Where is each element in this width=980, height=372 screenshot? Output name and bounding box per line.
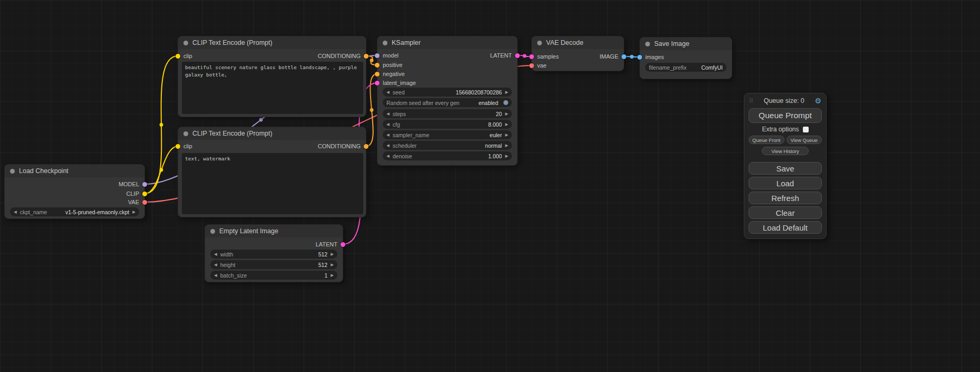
clear-button[interactable]: Clear	[749, 206, 822, 219]
increment-arrow-icon[interactable]: ▶	[331, 262, 334, 267]
node-title-bar[interactable]: CLIP Text Encode (Prompt)	[178, 36, 366, 49]
decrement-arrow-icon[interactable]: ◀	[386, 132, 390, 137]
decrement-arrow-icon[interactable]: ◀	[14, 209, 17, 214]
port-label: CONDITIONING	[318, 143, 361, 149]
save-button[interactable]: Save	[749, 162, 822, 175]
node-clip-text-encode-positive[interactable]: CLIP Text Encode (Prompt) clip CONDITION…	[178, 36, 366, 117]
widget-label: ckpt_name	[20, 209, 47, 215]
positive-prompt-textarea[interactable]: beautiful scenery nature glass bottle la…	[182, 62, 363, 114]
batch-size-widget[interactable]: ◀ batch_size 1 ▶	[210, 271, 337, 280]
node-title-bar[interactable]: Empty Latent Image	[205, 225, 343, 237]
vae-input-port[interactable]	[529, 63, 534, 68]
node-title-bar[interactable]: Save Image	[640, 37, 732, 50]
latent-output-port[interactable]	[515, 53, 520, 58]
node-title: Load Checkpoint	[19, 167, 69, 175]
decrement-arrow-icon[interactable]: ◀	[386, 143, 390, 148]
node-title-bar[interactable]: KSampler	[377, 36, 517, 49]
port-label: positive	[383, 62, 402, 68]
samples-input-port[interactable]	[529, 54, 534, 59]
increment-arrow-icon[interactable]: ▶	[132, 209, 135, 214]
image-output-port[interactable]	[622, 54, 626, 59]
collapse-dot-icon[interactable]	[383, 41, 387, 45]
ckpt-name-widget[interactable]: ◀ ckpt_name v1-5-pruned-emaonly.ckpt ▶	[10, 207, 139, 216]
node-empty-latent-image[interactable]: Empty Latent Image LATENT ◀ width 512 ▶ …	[205, 224, 343, 282]
clip-output-port[interactable]	[142, 192, 147, 196]
cfg-widget[interactable]: ◀ cfg 8.000 ▶	[383, 120, 512, 129]
increment-arrow-icon[interactable]: ▶	[505, 111, 508, 116]
node-load-checkpoint[interactable]: Load Checkpoint MODEL CLIP VAE ◀ ckpt_na…	[4, 164, 145, 219]
node-clip-text-encode-negative[interactable]: CLIP Text Encode (Prompt) clip CONDITION…	[178, 127, 366, 217]
node-title: Empty Latent Image	[219, 227, 278, 235]
widget-label: seed	[393, 89, 405, 96]
filename-prefix-widget[interactable]: filename_prefix ComfyUI	[645, 63, 726, 72]
positive-input-port[interactable]	[375, 63, 380, 68]
denoise-widget[interactable]: ◀ denoise 1.000 ▶	[383, 151, 512, 160]
settings-gear-icon[interactable]: ⚙	[814, 97, 821, 105]
node-title-bar[interactable]: CLIP Text Encode (Prompt)	[178, 127, 366, 140]
refresh-button[interactable]: Refresh	[749, 192, 822, 204]
queue-front-button[interactable]: Queue Front	[749, 136, 784, 144]
queue-prompt-button[interactable]: Queue Prompt	[749, 108, 822, 123]
node-save-image[interactable]: Save Image images filename_prefix ComfyU…	[639, 37, 732, 79]
clip-input-port[interactable]	[176, 144, 180, 149]
widget-label: denoise	[393, 153, 412, 159]
conditioning-output-port[interactable]	[364, 54, 368, 59]
latent-output-port[interactable]	[341, 242, 345, 247]
decrement-arrow-icon[interactable]: ◀	[214, 273, 217, 278]
decrement-arrow-icon[interactable]: ◀	[386, 154, 390, 158]
scheduler-widget[interactable]: ◀ scheduler normal ▶	[383, 141, 512, 150]
collapse-dot-icon[interactable]	[537, 41, 542, 45]
port-label: negative	[383, 71, 405, 77]
extra-options-checkbox[interactable]	[803, 127, 809, 132]
view-history-button[interactable]: View History	[762, 147, 809, 155]
increment-arrow-icon[interactable]: ▶	[331, 252, 334, 256]
decrement-arrow-icon[interactable]: ◀	[386, 122, 390, 127]
model-input-port[interactable]	[375, 53, 380, 58]
decrement-arrow-icon[interactable]: ◀	[214, 262, 217, 267]
steps-widget[interactable]: ◀ steps 20 ▶	[383, 109, 512, 118]
extra-options-label: Extra options	[762, 126, 799, 133]
clip-input-port[interactable]	[176, 54, 180, 59]
node-ksampler[interactable]: KSampler model positive negative latent_…	[377, 36, 518, 166]
random-seed-widget[interactable]: Random seed after every gen enabled	[383, 98, 512, 107]
node-vae-decode[interactable]: VAE Decode samples vae IMAGE	[531, 36, 624, 71]
increment-arrow-icon[interactable]: ▶	[505, 122, 508, 127]
extra-options-row: Extra options	[749, 126, 822, 133]
increment-arrow-icon[interactable]: ▶	[505, 132, 508, 137]
decrement-arrow-icon[interactable]: ◀	[214, 252, 217, 256]
decrement-arrow-icon[interactable]: ◀	[386, 111, 390, 116]
toggle-dot-icon[interactable]	[503, 100, 508, 105]
width-widget[interactable]: ◀ width 512 ▶	[210, 250, 337, 259]
increment-arrow-icon[interactable]: ▶	[505, 90, 508, 94]
increment-arrow-icon[interactable]: ▶	[505, 154, 508, 158]
node-title-bar[interactable]: Load Checkpoint	[5, 165, 144, 177]
increment-arrow-icon[interactable]: ▶	[331, 273, 334, 278]
view-queue-button[interactable]: View Queue	[787, 136, 822, 144]
drag-handle[interactable]: ⠿	[749, 98, 753, 104]
load-default-button[interactable]: Load Default	[749, 221, 822, 234]
load-button[interactable]: Load	[749, 177, 822, 189]
negative-input-port[interactable]	[375, 72, 380, 77]
collapse-dot-icon[interactable]	[10, 169, 15, 174]
images-input-port[interactable]	[637, 55, 642, 60]
sampler-name-widget[interactable]: ◀ sampler_name euler ▶	[383, 130, 512, 139]
port-label: MODEL	[119, 181, 139, 187]
increment-arrow-icon[interactable]: ▶	[505, 143, 508, 148]
node-title: Save Image	[654, 40, 690, 47]
height-widget[interactable]: ◀ height 512 ▶	[210, 260, 337, 269]
decrement-arrow-icon[interactable]: ◀	[386, 90, 390, 94]
input-port-row: latent_image	[375, 79, 416, 87]
latent-image-input-port[interactable]	[375, 81, 380, 85]
collapse-dot-icon[interactable]	[183, 41, 188, 45]
collapse-dot-icon[interactable]	[183, 131, 188, 136]
node-title-bar[interactable]: VAE Decode	[532, 36, 624, 49]
node-graph-canvas[interactable]: Load Checkpoint MODEL CLIP VAE ◀ ckpt_na…	[0, 0, 980, 372]
vae-output-port[interactable]	[142, 200, 147, 205]
model-output-port[interactable]	[142, 182, 147, 187]
seed-widget[interactable]: ◀ seed 156680208700286 ▶	[383, 88, 512, 97]
negative-prompt-textarea[interactable]: text, watermark	[182, 153, 363, 214]
widget-value: 8.000	[488, 121, 502, 128]
conditioning-output-port[interactable]	[364, 144, 368, 149]
collapse-dot-icon[interactable]	[210, 229, 215, 234]
collapse-dot-icon[interactable]	[645, 42, 650, 46]
